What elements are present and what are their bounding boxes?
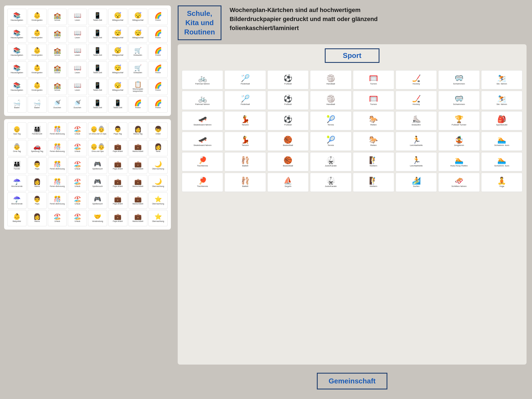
sport-label: Ski- fahren (496, 83, 507, 85)
card-label: Urlaub (75, 150, 80, 152)
sport-card-5-2: ⛵ Segeln (267, 173, 309, 192)
card-label: Mittagsschlaf (132, 37, 144, 39)
card-label: Mama Arbeit (133, 220, 143, 222)
community-card-4-4: 🎮 Spielbesuch (88, 192, 107, 209)
sport-card-4-0: 🏓 Tischtennis (182, 152, 223, 171)
sport-icon: 🛹 (198, 136, 207, 143)
community-card-3-3: 🏖️ Urlaub (68, 175, 87, 191)
school-card-1-1: 👶 Kindergarten (28, 26, 47, 43)
card-icon: 📖 (74, 48, 81, 54)
card-icon: 👶 (33, 65, 41, 71)
community-card-4-6: 💼 Mama Arbeit (128, 192, 148, 209)
school-card-5-1: 🛁 Baden (28, 96, 47, 113)
sport-badge: Sport (325, 48, 379, 63)
sport-card-4-1: 🩰 Ballett (224, 152, 266, 171)
card-label: Hausaufgaben (11, 72, 23, 74)
card-icon: 🌈 (154, 65, 162, 71)
card-label: Papa Arbeit (113, 168, 123, 170)
sport-label: Surfen (413, 185, 420, 188)
sport-card-4-7: 🏊 Schwimm- kurs (481, 152, 522, 171)
card-icon: 👨 (114, 126, 121, 132)
card-icon: 👨‍👩‍👧 (13, 161, 21, 167)
school-card-5-6: 🌈 Ferien (128, 96, 148, 113)
sport-label: Hockey (413, 103, 420, 106)
sport-icon: 🏸 (241, 95, 250, 102)
card-label: Mittagsschlaf (112, 72, 123, 74)
sport-card-5-3: 🥋 Judo/Karate (310, 173, 351, 192)
sport-icon: 🏒 (412, 75, 421, 82)
card-label: Übernachtung (152, 185, 164, 187)
sport-card-2-4: 🐎 Reiten (353, 111, 394, 130)
card-label: Kindergarten (32, 54, 43, 56)
card-icon: 🚿 (74, 100, 81, 106)
card-label: Ferien (155, 107, 161, 109)
card-label: Mama-Tag (133, 133, 142, 135)
card-icon: 📖 (74, 13, 81, 19)
sport-label: Tennis (328, 124, 334, 126)
card-icon: 📋 (134, 81, 142, 87)
card-icon: 📖 (74, 65, 81, 71)
sport-card-3-7: 🏊 Schwimm- kurs (481, 132, 522, 151)
school-card-3-0: 📚 Hausaufgaben (7, 61, 27, 78)
card-icon: 👩 (134, 126, 142, 132)
community-card-4-7: ⭐ Übernachtung (148, 192, 168, 209)
sport-card-1-6: 🥽 Schwimmen (438, 91, 480, 110)
card-label: Wochenende (11, 203, 22, 205)
card-icon: 🏫 (54, 83, 61, 89)
card-icon: 👩 (33, 214, 41, 220)
card-label: Verabredung (92, 220, 103, 222)
school-card-grid: 📚 Hausaufgaben 👶 Kindergarten 🏫 Schule 📖… (7, 9, 168, 113)
sport-card-0-5: 🏒 Hockey (396, 70, 437, 89)
card-label: Ferien-Betreuung (50, 168, 65, 170)
sport-label: Hula-Hoop Reifen (450, 165, 468, 167)
card-label: Mittagsschlaf (132, 19, 144, 21)
community-card-5-6: 💼 Mama Arbeit (128, 210, 148, 226)
card-icon: 👨 (33, 196, 41, 202)
card-icon: 📱 (94, 100, 101, 106)
card-icon: 💼 (134, 161, 142, 167)
card-label: Ferien (155, 19, 161, 21)
community-card-5-4: 🤝 Verabredung (88, 210, 107, 226)
card-icon: 🌙 (154, 179, 162, 185)
card-icon: 🏫 (54, 30, 61, 36)
card-icon: 👴👵 (90, 126, 105, 132)
community-card-5-1: 👩 Mama (28, 210, 47, 226)
sport-icon: 🐎 (369, 136, 378, 143)
sport-icon: 🏆 (455, 116, 463, 123)
left-panel: 📚 Hausaufgaben 👶 Kindergarten 🏫 Schule 📖… (0, 0, 175, 399)
card-label: Lesen (75, 72, 80, 74)
card-icon: 👶 (33, 13, 41, 19)
sport-card-1-7: ⛷️ Ski- fahren (481, 91, 522, 110)
card-icon: 💼 (134, 214, 142, 220)
card-icon: 👶 (13, 214, 21, 220)
sport-icon: ⛸️ (412, 116, 421, 123)
card-label: Hausaufgaben (11, 19, 23, 21)
sport-card-4-2: 🏀 Basketball (267, 152, 309, 171)
community-card-1-4: 👴👵 Oma und Opa (88, 140, 107, 156)
card-icon: 🏫 (54, 65, 61, 71)
sport-icon: 🥽 (455, 75, 463, 82)
card-label: Tablet-Zeit (93, 37, 102, 39)
card-label: Ferien (135, 107, 141, 109)
card-label: Mama Arbeit (133, 150, 143, 152)
card-label: Kindergarten (32, 19, 43, 21)
community-card-2-1: 👨 Papa (28, 157, 47, 174)
card-icon: 🏖️ (74, 126, 81, 132)
community-card-2-6: 💼 Mama Arbeit (128, 157, 148, 174)
school-card-5-3: 🚿 Duschen (68, 96, 87, 113)
card-icon: 🏖️ (74, 179, 81, 185)
community-card-1-7: 👩 Tante (148, 140, 168, 156)
community-card-3-2: 🎊 Ferien-Betreuung (48, 175, 67, 191)
card-label: Oma-Tag (13, 150, 21, 152)
sport-label: Schwimmen (453, 103, 465, 106)
sport-label: Jonglieren (454, 144, 464, 147)
sport-card-2-6: 🏆 Fußball Turnier (438, 111, 480, 130)
card-label: Baden (14, 107, 20, 109)
card-label: Familienzeit (32, 133, 42, 135)
card-icon: 🚗 (33, 144, 41, 150)
sport-card-3-4: 🐎 Reiten (353, 132, 394, 151)
sport-label: Skateboard fahren (194, 124, 212, 126)
sport-icon: 🩰 (241, 177, 250, 184)
card-label: Schule (54, 54, 60, 56)
school-card-2-7: 🌈 Ferien (148, 44, 168, 60)
